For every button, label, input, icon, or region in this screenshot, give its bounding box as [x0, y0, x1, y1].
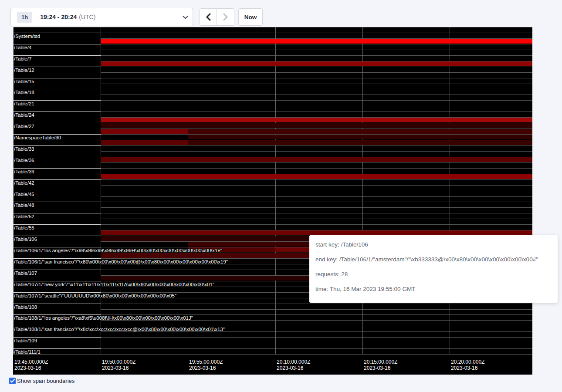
row-label: /Table/4 [14, 45, 31, 50]
key-visualizer-heatmap[interactable]: /System/tsd/Table/4/Table/7/Table/12/Tab… [13, 27, 532, 375]
span-boundary-line [101, 84, 532, 84]
row-label: /System/tsd [14, 34, 40, 39]
row-boundary-line [13, 123, 101, 123]
span-boundary-line [101, 191, 532, 191]
heat-band [101, 129, 188, 134]
row-label: /Table/7 [14, 56, 31, 61]
heat-band [101, 118, 532, 122]
canvas-left-edge [13, 27, 14, 354]
footer-options: Show span boundaries [9, 378, 74, 384]
row-label: /Table/106/1/"los angeles"/"\x99\x99\x99… [14, 248, 222, 253]
previous-time-button[interactable] [200, 8, 217, 26]
heat-band [101, 230, 532, 235]
heat-band [101, 174, 532, 179]
tooltip-requests: requests: 28 [315, 271, 552, 277]
row-boundary-line [13, 191, 101, 191]
row-boundary-line [13, 202, 101, 202]
row-label: /Table/39 [14, 169, 34, 174]
show-span-boundaries-label: Show span boundaries [17, 378, 74, 384]
time-gridline [362, 27, 363, 354]
row-boundary-line [13, 89, 101, 89]
heat-band [101, 157, 532, 162]
span-boundary-line [101, 326, 532, 326]
time-range-selector[interactable]: 1h 19:24 - 20:24 (UTC) [10, 8, 193, 26]
row-boundary-line [13, 213, 101, 213]
x-axis-tick: 19:45:00.000Z2023-03-16 [14, 359, 48, 371]
heat-band [101, 123, 532, 128]
span-boundary-line [101, 95, 532, 95]
span-boundary-line [101, 106, 532, 106]
row-label: /NamespaceTable/30 [14, 135, 61, 140]
row-label: /Table/108/1/"los angeles"/"\xa8\xf5\u00… [14, 315, 193, 321]
span-boundary-line [101, 67, 532, 67]
row-label: /Table/42 [14, 180, 34, 186]
span-boundary-line [101, 100, 532, 101]
row-boundary-line [13, 168, 101, 169]
row-boundary-line [13, 112, 101, 112]
row-label: /Table/52 [14, 214, 34, 219]
row-label: /Table/111/1 [14, 349, 41, 355]
row-label: /Table/21 [14, 101, 34, 106]
span-boundary-line [101, 185, 532, 186]
row-boundary-line [13, 337, 101, 338]
span-boundary-line [101, 202, 532, 202]
tooltip-end-key: end key: /Table/106/1/"amsterdam"/"\xb33… [315, 256, 552, 263]
heat-band [188, 129, 532, 134]
row-boundary-line [13, 157, 101, 157]
row-boundary-line [13, 247, 101, 247]
row-label: /Table/36 [14, 158, 34, 163]
row-boundary-line [13, 304, 101, 304]
tooltip-time: time: Thu, 16 Mar 2023 19:55:00 GMT [315, 286, 552, 292]
heat-band [188, 135, 532, 139]
heat-band [101, 39, 532, 44]
span-boundary-line [101, 224, 532, 225]
check-icon [10, 379, 15, 383]
chevron-right-icon [223, 13, 229, 21]
row-boundary-line [13, 67, 101, 67]
row-label: /Table/18 [14, 90, 34, 95]
row-boundary-line [13, 270, 101, 270]
span-boundary-line [101, 145, 532, 146]
next-time-button[interactable] [217, 8, 234, 26]
span-boundary-line [101, 33, 532, 33]
span-boundary-line [101, 213, 532, 213]
span-boundary-line [101, 112, 532, 112]
span-boundary-line [101, 343, 532, 343]
span-boundary-line [101, 55, 532, 56]
span-boundary-line [13, 354, 532, 355]
span-boundary-line [101, 89, 532, 89]
span-boundary-line [101, 50, 532, 50]
chevron-down-icon [183, 14, 188, 19]
row-boundary-line [13, 145, 101, 146]
time-gridline [275, 27, 276, 354]
span-boundary-line [101, 348, 532, 349]
span-boundary-line [101, 337, 532, 338]
span-boundary-line [101, 72, 532, 73]
span-boundary-line [101, 168, 532, 169]
row-label: /Table/12 [14, 68, 34, 73]
span-boundary-line [101, 179, 532, 180]
row-boundary-line [13, 55, 101, 56]
span-boundary-line [101, 304, 532, 304]
hover-tooltip: start key: /Table/106 end key: /Table/10… [309, 235, 558, 303]
row-label: /Table/106 [14, 237, 37, 242]
tooltip-start-key: start key: /Table/106 [315, 241, 552, 248]
row-label: /Table/24 [14, 112, 34, 118]
span-boundary-line [13, 27, 532, 27]
time-range-text: 19:24 - 20:24 [40, 14, 77, 20]
row-boundary-line [13, 292, 101, 293]
row-boundary-line [13, 314, 101, 315]
x-axis-tick: 20:10:00.000Z2023-03-16 [277, 359, 310, 371]
span-boundary-line [101, 196, 532, 197]
time-gridline [188, 27, 188, 354]
row-label: /Table/48 [14, 203, 34, 208]
row-boundary-line [13, 326, 101, 326]
row-boundary-line [13, 236, 101, 236]
chevron-left-icon [205, 13, 211, 21]
row-boundary-line [13, 348, 101, 349]
now-button[interactable]: Now [238, 8, 263, 26]
show-span-boundaries-checkbox[interactable] [9, 378, 16, 384]
row-label: /Table/33 [14, 146, 34, 152]
row-label: /Table/107 [14, 270, 37, 276]
row-label: /Table/107/1/"seattle"/"UUUUUUD\x00\x80\… [14, 293, 176, 298]
